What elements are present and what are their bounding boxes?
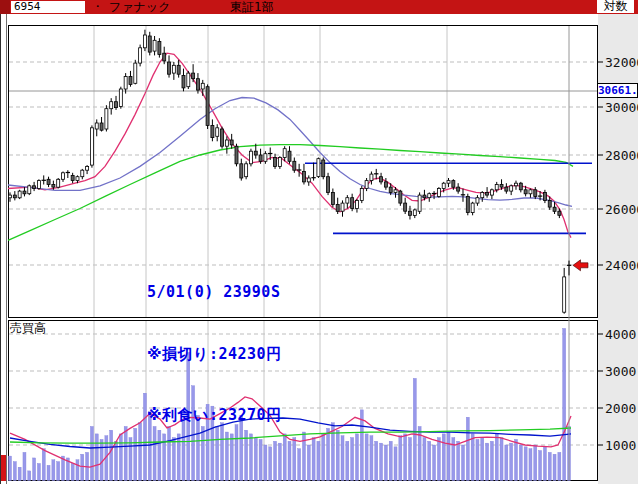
stock-name-label: ファナック [109,0,170,14]
volume-bar [471,434,474,481]
stock-chart-window: 3200030000280002600024000400030002000100… [0,0,638,484]
volume-bar [433,445,436,481]
axis-tick-label: 3000 [605,364,636,379]
volume-pane-title: 売買高 [10,321,46,335]
volume-bar [380,443,383,480]
volume-bar [413,378,416,480]
annotation-signal-line: 5/01(0) 23990S [147,282,282,303]
volume-bar [47,465,50,480]
volume-bar [457,441,460,480]
volume-bar [539,451,542,481]
volume-bar [370,436,373,481]
stock-code-field[interactable]: 6954 [11,1,85,13]
axis-tick-label: 32000 [605,55,638,70]
volume-bar [283,434,286,481]
volume-bar [13,462,16,481]
volume-bar [355,434,358,481]
volume-bar [81,454,84,480]
volume-bar [408,438,411,481]
volume-bar [119,434,122,481]
volume-bar [514,439,517,480]
volume-bar [293,438,296,481]
volume-bar [288,441,291,480]
volume-bar [52,460,55,481]
window-frame-left-inner [6,14,7,484]
chart-canvas[interactable]: 3200030000280002600024000400030002000100… [0,0,638,484]
volume-bar [476,439,479,480]
volume-bar [317,441,320,480]
volume-bar [110,430,113,480]
crosshair-price-label: 30661.4 [597,83,638,98]
volume-bar [312,438,315,481]
volume-bar [423,438,426,481]
axis-tick-label: 28000 [605,148,638,163]
volume-bar [346,441,349,480]
log-scale-toggle[interactable]: 対数 [597,0,634,13]
volume-bar [23,452,26,480]
volume-bar [495,434,498,481]
volume-bar [519,445,522,481]
market-section-label: 東証1部 [230,0,274,14]
bullet-icon: ・ [92,1,103,13]
volume-bar [302,432,305,480]
trade-annotation: 5/01(0) 23990S ※損切り:24230円 ※利食い:23270円 [147,241,282,467]
volume-bar [389,441,392,480]
axis-tick-label: 4000 [605,327,636,342]
volume-bar [442,434,445,481]
volume-bar [529,449,532,481]
volume-bar [351,438,354,481]
volume-bar [28,471,31,481]
title-bar: 6954 ・ ファナック 東証1部 対数 [0,0,638,14]
volume-bar [9,456,12,480]
volume-bar [327,428,330,480]
volume-bar [375,441,378,480]
volume-bar [100,439,103,480]
axis-tick-label: 26000 [605,202,638,217]
volume-bar [71,464,74,481]
volume-bar [33,458,36,481]
axis-tick-label: 2000 [605,401,636,416]
volume-bar [336,430,339,480]
volume-bar [124,427,127,481]
annotation-stoploss-line: ※損切り:24230円 [147,344,282,365]
volume-bar [558,452,561,480]
volume-bar [37,464,40,481]
volume-bar [298,449,301,481]
volume-bar [365,434,368,481]
volume-bar [510,443,513,480]
volume-bar [534,445,537,481]
axis-tick-label: 30000 [605,100,638,115]
volume-bar [139,423,142,481]
volume-bar [524,447,527,481]
volume-bar [437,438,440,481]
volume-bar [461,445,464,481]
volume-bar [42,449,45,481]
volume-bar [399,436,402,481]
volume-bar [447,432,450,480]
volume-bar [466,417,469,480]
volume-bar [505,445,508,481]
volume-bar [563,328,566,480]
volume-bar [18,467,21,480]
volume-bar [500,438,503,481]
volume-bar [543,447,546,481]
volume-bar [307,445,310,481]
volume-bar [553,454,556,480]
volume-bar [341,436,344,481]
volume-bar [134,428,137,480]
volume-bar [486,443,489,480]
axis-tick-label: 24000 [605,258,638,273]
volume-bar [57,462,60,481]
volume-bar [404,434,407,481]
axis-tick-label: 1000 [605,438,636,453]
window-frame-left-outer [0,14,1,484]
volume-bar [548,452,551,480]
volume-bar [322,434,325,481]
volume-bar [90,427,93,481]
volume-bar [394,447,397,481]
volume-bar [481,438,484,481]
volume-bar [384,445,387,481]
volume-bar [95,434,98,481]
annotation-takeprofit-line: ※利食い:23270円 [147,405,282,426]
title-bar-accent-block [0,0,10,14]
